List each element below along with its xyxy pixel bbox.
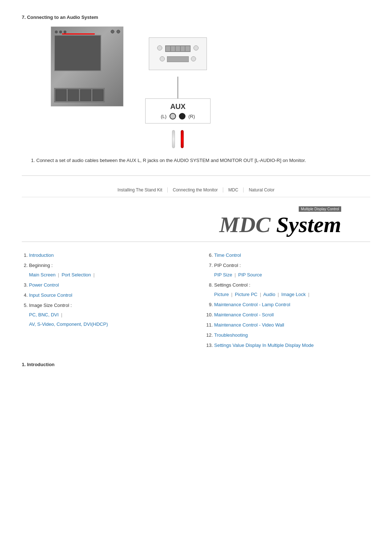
white-cable [172, 130, 175, 148]
toc-item-2: Beginning : Main Screen | Port Selection… [29, 261, 185, 280]
cables-area [172, 130, 184, 148]
toc-sublinks-image-size: PC, BNC, DVI | AV, S-Video, Component, D… [29, 310, 185, 329]
connector-line [177, 77, 178, 98]
instruction-1: Connect a set of audio cables between th… [36, 157, 370, 165]
toc-label-settings-control: Settings Control : [214, 282, 250, 288]
toc-sublinks-beginning: Main Screen | Port Selection | [29, 270, 185, 280]
toc-item-12: Troubleshooting [214, 331, 370, 340]
toc-container: Introduction Beginning : Main Screen | P… [22, 251, 370, 351]
toc-link-pc-bnc-dvi[interactable]: PC, BNC, DVI [29, 312, 59, 317]
toc-left: Introduction Beginning : Main Screen | P… [22, 251, 185, 351]
mdc-badge: Multiple Display Control [299, 206, 341, 212]
toc-item-11: Maintenance Control - Video Wall [214, 320, 370, 330]
nav-item-stand-kit[interactable]: Installing The Stand Kit [113, 187, 168, 193]
toc-link-av-svideo[interactable]: AV, S-Video, Component, DVI(HDCP) [29, 321, 108, 327]
aux-box: AUX (L) (R) [145, 98, 211, 123]
toc-item-3: Power Control [29, 280, 185, 290]
toc-item-4: Input Source Control [29, 291, 185, 300]
toc-link-port-selection[interactable]: Port Selection [62, 272, 91, 278]
nav-item-connecting-monitor[interactable]: Connecting the Monitor [168, 187, 223, 193]
toc-link-pip-size[interactable]: PIP Size [214, 272, 232, 278]
toc-link-troubleshooting[interactable]: Troubleshooting [214, 332, 248, 338]
toc-sublinks-pip: PIP Size | PIP Source [214, 270, 370, 280]
toc-link-maintenance-video-wall[interactable]: Maintenance Control - Video Wall [214, 322, 284, 328]
toc-right: Time Control PIP Control : PIP Size | PI… [207, 251, 370, 351]
toc-item-6: Time Control [214, 251, 370, 260]
toc-label-pip-control: PIP Control : [214, 263, 241, 268]
toc-link-power-control[interactable]: Power Control [29, 282, 59, 288]
section7-title: 7. Connecting to an Audio System [22, 15, 370, 20]
nav-item-natural-color[interactable]: Natural Color [244, 187, 279, 193]
toc-item-5: Image Size Control : PC, BNC, DVI | AV, … [29, 301, 185, 329]
instruction-list: Connect a set of audio cables between th… [36, 157, 370, 165]
divider-2 [22, 242, 370, 242]
toc-link-picture[interactable]: Picture [214, 292, 229, 297]
aux-left-connector [170, 113, 176, 119]
toc-link-introduction[interactable]: Introduction [29, 252, 54, 258]
mdc-title-mdc: MDC [219, 212, 270, 237]
toc-sublinks-settings: Picture | Picture PC | Audio | Image Loc… [214, 290, 370, 299]
aux-right-connector [179, 113, 185, 119]
toc-left-list: Introduction Beginning : Main Screen | P… [22, 251, 185, 329]
aux-right-label: (R) [188, 114, 195, 119]
toc-link-main-screen[interactable]: Main Screen [29, 272, 56, 278]
toc-link-image-lock[interactable]: Image Lock [281, 292, 306, 297]
mdc-title-system: System [270, 212, 341, 237]
toc-link-audio[interactable]: Audio [263, 292, 275, 297]
toc-link-time-control[interactable]: Time Control [214, 252, 241, 258]
toc-link-maintenance-lamp[interactable]: Maintenance Control - Lamp Control [214, 302, 290, 307]
audio-system-box [149, 37, 207, 70]
nav-item-mdc[interactable]: MDC [223, 187, 244, 193]
toc-right-list: Time Control PIP Control : PIP Size | PI… [207, 251, 370, 350]
toc-label-beginning: Beginning : [29, 263, 53, 268]
toc-link-picture-pc[interactable]: Picture PC [235, 292, 257, 297]
toc-item-7: PIP Control : PIP Size | PIP Source [214, 261, 370, 280]
divider-1 [22, 175, 370, 176]
toc-item-9: Maintenance Control - Lamp Control [214, 300, 370, 309]
toc-link-maintenance-scroll[interactable]: Maintenance Control - Scroll [214, 312, 274, 317]
nav-bar: Installing The Stand Kit Connecting the … [22, 183, 370, 197]
toc-item-10: Maintenance Control - Scroll [214, 310, 370, 320]
mdc-logo-area: Multiple Display Control MDC System [22, 206, 370, 236]
red-cable [181, 130, 184, 148]
toc-label-image-size: Image Size Control : [29, 303, 72, 308]
toc-item-1: Introduction [29, 251, 185, 260]
toc-item-13: Settings Value Display In Multiple Displ… [214, 341, 370, 350]
aux-left-label: (L) [161, 114, 167, 119]
audio-diagram: AUX (L) (R) [51, 27, 370, 148]
toc-link-pip-source[interactable]: PIP Source [238, 272, 262, 278]
monitor-image [51, 27, 123, 106]
intro-heading: 1. Introduction [22, 362, 370, 367]
audio-right-side: AUX (L) (R) [145, 37, 211, 148]
toc-link-input-source-control[interactable]: Input Source Control [29, 292, 72, 298]
aux-label: AUX [153, 102, 203, 111]
toc-link-settings-value-display[interactable]: Settings Value Display In Multiple Displ… [214, 343, 314, 348]
mdc-system-title: MDC System [22, 213, 341, 236]
toc-item-8: Settings Control : Picture | Picture PC … [214, 280, 370, 299]
